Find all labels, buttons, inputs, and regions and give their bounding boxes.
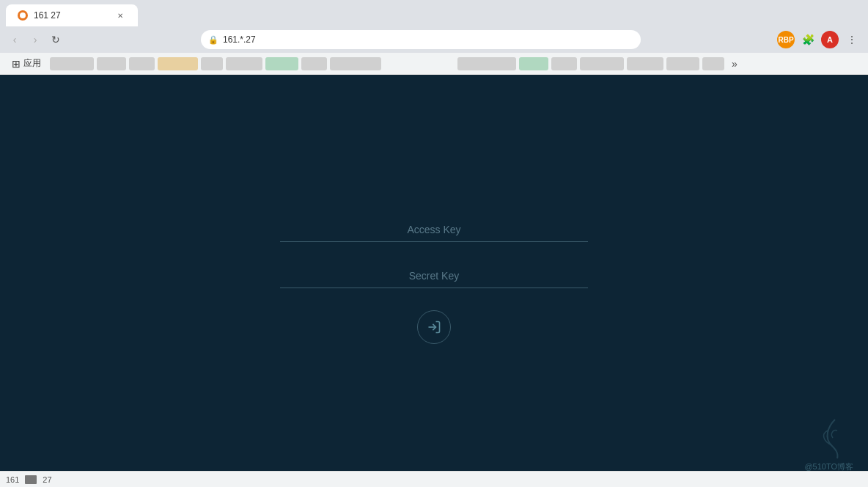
more-options-button[interactable]: ⋮	[842, 29, 862, 50]
watermark-bird-icon	[817, 416, 853, 461]
login-arrow-icon	[427, 320, 441, 334]
forward-icon: ›	[34, 34, 37, 45]
bookmark-right-1[interactable]	[457, 57, 516, 70]
bookmark-right-5[interactable]	[627, 57, 663, 70]
chevron-right-icon: »	[732, 58, 738, 70]
status-left-text: 161	[6, 475, 19, 484]
watermark: @510TO博客	[804, 416, 853, 472]
apps-grid-icon: ⊞	[12, 58, 21, 70]
back-button[interactable]: ‹	[6, 31, 23, 48]
bookmark-2[interactable]	[97, 57, 126, 70]
url-text: 161.*.27	[223, 34, 633, 45]
bookmark-9[interactable]	[330, 57, 381, 70]
apps-button[interactable]: ⊞ 应用	[6, 54, 47, 73]
secret-key-group	[280, 264, 588, 288]
tabs-bar: 161 27 ✕	[0, 0, 868, 26]
more-icon: ⋮	[847, 34, 857, 45]
extension-rbp-button[interactable]: RBP	[777, 31, 795, 48]
bookmark-1[interactable]	[50, 57, 94, 70]
login-form	[280, 218, 588, 344]
profile-button[interactable]: A	[821, 31, 839, 48]
access-key-input[interactable]	[280, 218, 588, 242]
login-button[interactable]	[417, 310, 451, 344]
forward-button[interactable]: ›	[26, 31, 44, 48]
access-key-group	[280, 218, 588, 242]
extension-rbp-label: RBP	[778, 36, 793, 44]
browser-chrome: 161 27 ✕ ‹ › ↻ 🔒 161.*.27 RBP 🧩	[0, 0, 868, 75]
page-content: @510TO博客	[0, 75, 868, 487]
puzzle-icon: 🧩	[802, 34, 814, 45]
extensions-button[interactable]: 🧩	[798, 29, 818, 50]
profile-label: A	[827, 35, 833, 44]
secret-key-input[interactable]	[280, 264, 588, 288]
bookmark-right-7[interactable]	[702, 57, 724, 70]
bookmark-right-4[interactable]	[580, 57, 624, 70]
address-bar[interactable]: 🔒 161.*.27	[201, 30, 641, 49]
tab-close-button[interactable]: ✕	[114, 10, 126, 21]
bookmark-4[interactable]	[158, 57, 198, 70]
lock-icon: 🔒	[208, 35, 218, 45]
bookmarks-more-button[interactable]: »	[727, 56, 742, 71]
status-bar: 161 27	[0, 471, 868, 487]
bookmark-right-6[interactable]	[666, 57, 699, 70]
bookmark-right-2[interactable]	[519, 57, 548, 70]
bookmark-7[interactable]	[265, 57, 298, 70]
reload-icon: ↻	[51, 34, 60, 45]
browser-toolbar: ‹ › ↻ 🔒 161.*.27 RBP 🧩 A ⋮	[0, 26, 868, 53]
bookmarks-bar: ⊞ 应用 »	[0, 53, 868, 75]
nav-buttons: ‹ › ↻	[6, 31, 65, 48]
reload-button[interactable]: ↻	[47, 31, 65, 48]
browser-actions: RBP 🧩 A ⋮	[777, 29, 862, 50]
bookmark-8[interactable]	[301, 57, 327, 70]
bookmark-3[interactable]	[129, 57, 155, 70]
tab-favicon	[18, 10, 28, 21]
bookmark-5[interactable]	[201, 57, 223, 70]
status-right-text: 27	[43, 475, 51, 484]
tab-title: 161 27	[34, 10, 108, 21]
back-icon: ‹	[13, 34, 17, 45]
bookmark-6[interactable]	[226, 57, 262, 70]
svg-point-0	[20, 12, 26, 18]
active-tab[interactable]: 161 27 ✕	[6, 4, 138, 26]
folder-icon	[25, 475, 37, 484]
apps-label: 应用	[23, 57, 41, 70]
bookmark-right-3[interactable]	[551, 57, 577, 70]
